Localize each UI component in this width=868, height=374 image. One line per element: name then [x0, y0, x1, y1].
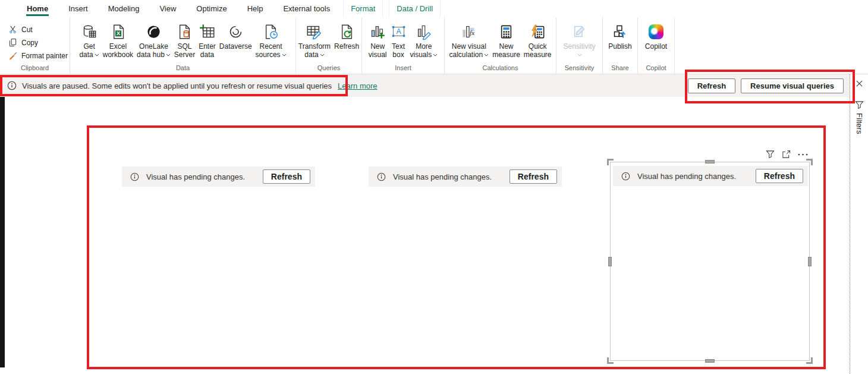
- filter-icon[interactable]: [855, 100, 864, 109]
- selected-visual[interactable]: Visual has pending changes. Refresh: [610, 162, 810, 361]
- visual-3-pending-banner: Visual has pending changes. Refresh: [613, 166, 808, 186]
- resize-handle-bottom[interactable]: [705, 359, 715, 363]
- transform-data-icon: [306, 21, 322, 42]
- copy-label: Copy: [21, 39, 38, 47]
- info-icon: [7, 81, 17, 90]
- refresh-button[interactable]: Refresh: [332, 20, 361, 52]
- recent-sources-button[interactable]: Recent sources: [254, 20, 288, 60]
- notification-message: Visuals are paused. Some edits won't be …: [22, 81, 332, 90]
- pending-changes-message: Visual has pending changes.: [146, 172, 263, 181]
- visual-1-pending-banner: Visual has pending changes. Refresh: [122, 166, 315, 187]
- tab-data-drill[interactable]: Data / Drill: [389, 0, 441, 17]
- onelake-data-hub-button[interactable]: OneLake data hub: [135, 20, 172, 60]
- close-icon[interactable]: [854, 78, 864, 89]
- scissors-icon: [8, 25, 17, 34]
- excel-workbook-button[interactable]: X Excel workbook: [101, 20, 135, 60]
- enter-data-button[interactable]: Enter data: [197, 20, 218, 60]
- svg-text:fx: fx: [470, 29, 474, 36]
- visual-header-toolbar: [766, 150, 808, 159]
- refresh-icon: [339, 21, 355, 42]
- ribbon: Cut Copy Format painter Clipboard Get da…: [0, 17, 868, 74]
- chevron-down-icon: [577, 54, 582, 56]
- text-box-icon: A: [391, 21, 407, 42]
- group-label-insert: Insert: [362, 64, 444, 74]
- chevron-down-icon: [95, 54, 99, 56]
- info-icon: [130, 172, 139, 181]
- more-options-icon[interactable]: [798, 153, 808, 156]
- more-visuals-button[interactable]: More visuals: [408, 20, 440, 60]
- visual-2-pending-banner: Visual has pending changes. Refresh: [369, 166, 562, 187]
- chevron-down-icon: [433, 54, 438, 56]
- cut-button[interactable]: Cut: [5, 24, 36, 35]
- text-box-button[interactable]: A Text box: [389, 20, 408, 60]
- quick-measure-icon: [530, 21, 546, 42]
- resize-handle-top[interactable]: [705, 160, 715, 164]
- pending-changes-message: Visual has pending changes.: [393, 172, 510, 181]
- tab-insert[interactable]: Insert: [61, 0, 95, 17]
- chevron-down-icon: [166, 54, 171, 56]
- chevron-down-icon: [320, 54, 325, 56]
- sensitivity-button: Sensitivity: [561, 20, 597, 60]
- transform-data-button[interactable]: Transform data: [297, 20, 332, 60]
- visual-3-refresh-button[interactable]: Refresh: [756, 169, 803, 183]
- sql-server-icon: [177, 21, 193, 42]
- info-icon: [621, 172, 630, 181]
- new-visual-button[interactable]: New visual: [367, 20, 389, 60]
- filters-pane-title[interactable]: Filters: [855, 113, 864, 134]
- copy-button[interactable]: Copy: [5, 37, 42, 48]
- dataverse-button[interactable]: Dataverse: [218, 20, 254, 52]
- ribbon-group-copilot: Copilot Copilot: [638, 17, 675, 74]
- tab-external-tools[interactable]: External tools: [276, 0, 337, 17]
- learn-more-link[interactable]: Learn more: [338, 81, 377, 90]
- filters-pane-collapsed: Filters: [850, 74, 868, 374]
- group-label-data: Data: [70, 64, 295, 74]
- filter-icon[interactable]: [766, 150, 775, 159]
- resize-handle-top-left[interactable]: [607, 159, 614, 165]
- new-measure-button[interactable]: New measure: [490, 20, 522, 60]
- group-label-share: Share: [603, 64, 637, 74]
- get-data-button[interactable]: Get data: [77, 20, 100, 60]
- tab-home[interactable]: Home: [20, 0, 55, 17]
- resize-handle-bottom-left[interactable]: [607, 357, 614, 364]
- resume-visual-queries-button[interactable]: Resume visual queries: [741, 78, 844, 93]
- ribbon-group-share: Publish Share: [603, 17, 638, 74]
- new-visual-calculation-button[interactable]: fx New visual calculation: [447, 20, 490, 60]
- focus-mode-icon[interactable]: [782, 150, 791, 159]
- svg-text:A: A: [396, 27, 401, 36]
- pending-changes-message: Visual has pending changes.: [637, 172, 756, 181]
- copilot-icon: [649, 21, 663, 42]
- publish-icon: [612, 21, 628, 42]
- excel-icon: X: [110, 21, 126, 42]
- format-painter-button[interactable]: Format painter: [5, 50, 71, 61]
- chevron-down-icon: [282, 54, 287, 56]
- quick-measure-button[interactable]: Quick measure: [522, 20, 553, 60]
- sql-server-button[interactable]: SQL Server: [172, 20, 197, 60]
- cut-label: Cut: [21, 26, 33, 34]
- ribbon-group-sensitivity: Sensitivity Sensitivity: [556, 17, 603, 74]
- ribbon-tab-bar: Home Insert Modeling View Optimize Help …: [0, 0, 868, 17]
- tab-format[interactable]: Format: [343, 0, 383, 17]
- tab-view[interactable]: View: [152, 0, 183, 17]
- copy-icon: [8, 38, 17, 47]
- publish-button[interactable]: Publish: [606, 20, 633, 52]
- resize-handle-top-right[interactable]: [806, 159, 813, 165]
- ribbon-group-calculations: fx New visual calculation New measure Qu…: [445, 17, 556, 74]
- resize-handle-left[interactable]: [608, 257, 612, 266]
- visual-2-refresh-button[interactable]: Refresh: [510, 169, 557, 184]
- tab-optimize[interactable]: Optimize: [189, 0, 234, 17]
- get-data-icon: [81, 21, 98, 42]
- copilot-button[interactable]: Copilot: [643, 20, 669, 52]
- group-label-calculations: Calculations: [445, 64, 556, 74]
- notification-refresh-button[interactable]: Refresh: [688, 78, 735, 93]
- resize-handle-bottom-right[interactable]: [806, 357, 813, 364]
- resize-handle-right[interactable]: [808, 257, 812, 266]
- tab-modeling[interactable]: Modeling: [101, 0, 147, 17]
- visual-1-refresh-button[interactable]: Refresh: [263, 169, 310, 184]
- ribbon-group-queries: Transform data Refresh Queries: [296, 17, 362, 74]
- tab-help[interactable]: Help: [240, 0, 271, 17]
- more-visuals-icon: [416, 21, 432, 42]
- group-label-queries: Queries: [296, 64, 361, 74]
- sensitivity-icon: [571, 21, 587, 42]
- format-painter-label: Format painter: [21, 52, 68, 60]
- ribbon-group-data: Get data X Excel workbook OneLake data h…: [70, 17, 296, 74]
